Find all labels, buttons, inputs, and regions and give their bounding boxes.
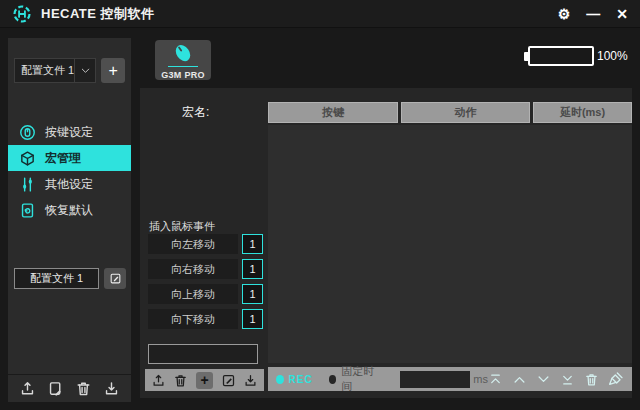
record-toolbar: REC 固定时间 ms: [268, 367, 632, 391]
titlebar: HECATE 控制软件 ⚙ — ✕: [0, 0, 640, 28]
sidebar-menu: 按键设定 宏管理 其他设定 恢复默认: [8, 119, 131, 223]
move-left-value-input[interactable]: [242, 234, 263, 254]
insert-row-move-down: 向下移动: [148, 309, 263, 329]
import-profile-icon[interactable]: [103, 380, 120, 397]
hecate-logo-icon: [12, 4, 32, 24]
minimize-icon[interactable]: —: [586, 7, 600, 21]
edit-macro-icon[interactable]: [221, 373, 236, 388]
profile-name-row: 配置文件 1: [14, 268, 126, 289]
profile-dropdown[interactable]: 配置文件 1: [14, 58, 96, 83]
mouse-circle-icon: [19, 124, 36, 141]
device-name: G3M PRO: [161, 70, 205, 80]
move-up-value-input[interactable]: [242, 284, 263, 304]
profile-name-box[interactable]: 配置文件 1: [14, 268, 99, 289]
macro-steps-table[interactable]: [268, 125, 632, 363]
macro-list-toolbar: +: [145, 369, 264, 391]
insert-row-move-left: 向左移动: [148, 234, 263, 254]
save-profile-icon[interactable]: [47, 380, 64, 397]
add-profile-button[interactable]: +: [101, 58, 125, 83]
restore-document-icon: [19, 202, 36, 219]
move-to-top-icon[interactable]: [488, 372, 503, 387]
insert-row-move-right: 向右移动: [148, 259, 263, 279]
edit-profile-button[interactable]: [104, 268, 126, 289]
sidebar-bottom-toolbar: [8, 374, 131, 402]
macro-table-header-row: 按键 动作 延时(ms): [268, 102, 632, 123]
battery-percent: 100%: [597, 49, 628, 63]
macro-name-input[interactable]: [148, 344, 258, 364]
close-icon[interactable]: ✕: [616, 7, 628, 21]
move-to-bottom-icon[interactable]: [560, 372, 575, 387]
mouse-device-icon: [171, 43, 195, 65]
chevron-down-icon[interactable]: [74, 59, 95, 82]
import-macro-icon[interactable]: [243, 373, 258, 388]
device-tab-underline: [168, 66, 198, 67]
move-down-button[interactable]: 向下移动: [148, 309, 238, 329]
column-header-action[interactable]: 动作: [401, 102, 530, 123]
settings-gear-icon[interactable]: ⚙: [558, 7, 571, 21]
cube-icon: [19, 150, 36, 167]
move-right-value-input[interactable]: [242, 259, 263, 279]
sidebar-item-label: 宏管理: [45, 150, 81, 167]
insert-mouse-event-rows: 向左移动 向右移动 向上移动 向下移动: [148, 234, 263, 329]
sidebar: 配置文件 1 + 按键设定 宏管理 其他设定: [8, 38, 131, 402]
sidebar-item-restore-defaults[interactable]: 恢复默认: [8, 197, 131, 223]
ms-unit-label: ms: [473, 373, 488, 385]
delay-ms-input[interactable]: [400, 371, 470, 388]
step-order-icons: [488, 371, 624, 387]
column-header-key[interactable]: 按键: [268, 102, 398, 123]
move-down-step-icon[interactable]: [536, 372, 551, 387]
macro-management-panel: 宏名: 按键 动作 延时(ms) 插入鼠标事件 向左移动 向右移动 向上移动 向…: [140, 88, 632, 398]
sidebar-item-other-settings[interactable]: 其他设定: [8, 171, 131, 197]
profile-dropdown-value: 配置文件 1: [15, 63, 74, 78]
move-up-button[interactable]: 向上移动: [148, 284, 238, 304]
delete-profile-icon[interactable]: [75, 380, 92, 397]
insert-mouse-event-label: 插入鼠标事件: [149, 219, 215, 234]
profile-select-row: 配置文件 1 +: [14, 58, 125, 83]
export-profile-icon[interactable]: [19, 380, 36, 397]
move-left-button[interactable]: 向左移动: [148, 234, 238, 254]
device-tab-g3m-pro[interactable]: G3M PRO: [155, 40, 211, 80]
sidebar-item-macro-management[interactable]: 宏管理: [8, 145, 131, 171]
move-down-value-input[interactable]: [242, 309, 263, 329]
sidebar-item-label: 恢复默认: [45, 202, 93, 219]
fixed-time-label: 固定时间: [341, 364, 378, 394]
export-macro-icon[interactable]: [151, 373, 166, 388]
move-up-step-icon[interactable]: [512, 372, 527, 387]
clear-all-broom-icon[interactable]: [608, 371, 624, 387]
battery-icon: [528, 46, 594, 66]
fixed-time-radio[interactable]: [329, 375, 337, 384]
sidebar-item-key-settings[interactable]: 按键设定: [8, 119, 131, 145]
sliders-icon: [19, 176, 36, 193]
sidebar-item-label: 其他设定: [45, 176, 93, 193]
move-right-button[interactable]: 向右移动: [148, 259, 238, 279]
battery-indicator: 100%: [524, 46, 628, 66]
insert-row-move-up: 向上移动: [148, 284, 263, 304]
app-title: HECATE 控制软件: [41, 5, 155, 23]
delete-step-icon[interactable]: [584, 372, 599, 387]
window-controls: ⚙ — ✕: [558, 7, 628, 21]
add-macro-button[interactable]: +: [196, 372, 213, 389]
sidebar-item-label: 按键设定: [45, 124, 93, 141]
rec-indicator-dot[interactable]: [276, 375, 284, 384]
macro-name-label: 宏名:: [182, 104, 209, 121]
rec-label[interactable]: REC: [289, 374, 313, 385]
delete-macro-icon[interactable]: [173, 373, 188, 388]
column-header-delay[interactable]: 延时(ms): [533, 102, 632, 123]
